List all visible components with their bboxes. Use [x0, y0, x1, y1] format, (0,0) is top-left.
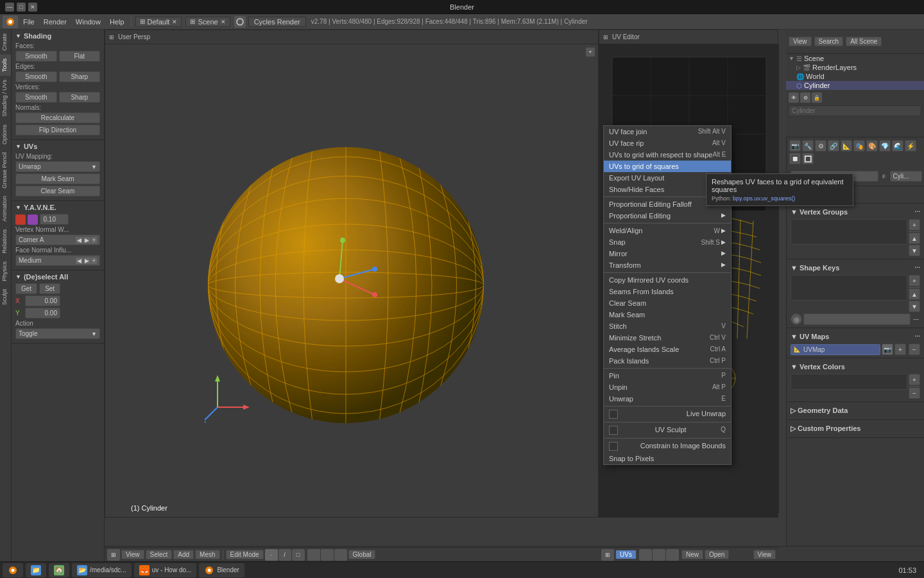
ctx-avg-islands[interactable]: Average Islands Scale Ctrl A	[604, 344, 731, 355]
props-icon-6[interactable]: 🎭	[853, 140, 865, 152]
uvmap-item[interactable]: 📐 UVMap	[791, 344, 880, 355]
vtab-create[interactable]: Create	[0, 30, 11, 55]
viewport-border-btn[interactable]: +	[586, 48, 595, 57]
uv-vert-btn[interactable]	[639, 549, 652, 561]
vtab-shading[interactable]: Shading / UVs	[0, 76, 11, 121]
ctx-seams-islands[interactable]: Seams From Islands	[604, 286, 731, 297]
get-btn[interactable]: Get	[15, 283, 37, 294]
vtab-grease[interactable]: Grease Pencil	[0, 148, 11, 193]
ctx-transform[interactable]: Transform ▶	[604, 259, 731, 271]
props-icon-11[interactable]: 🔲	[789, 153, 801, 164]
menu-render[interactable]: Render	[40, 17, 71, 27]
flat-faces-btn[interactable]: Flat	[59, 51, 101, 62]
props-icon-3[interactable]: ⚙	[815, 140, 826, 152]
clear-seam-btn[interactable]: Clear Seam	[15, 186, 100, 197]
uv-edge-btn[interactable]	[653, 549, 665, 561]
uvs-tab-btn[interactable]: UVs	[615, 550, 637, 559]
tree-world[interactable]: 🌐 World	[786, 72, 924, 81]
sk-dn-btn[interactable]: ▼	[909, 301, 920, 312]
new-btn[interactable]: New	[681, 550, 703, 559]
global-btn[interactable]: Global	[348, 550, 376, 559]
menu-help[interactable]: Help	[106, 17, 128, 27]
vg-up-btn[interactable]: ▲	[909, 232, 920, 244]
vg-add-btn[interactable]: +	[909, 219, 920, 231]
menu-window[interactable]: Window	[72, 17, 105, 27]
uv-editor-menu-btn[interactable]: ⊞	[601, 549, 614, 561]
props-icon-4[interactable]: 🔗	[828, 140, 839, 152]
vc-add-btn[interactable]: +	[909, 374, 920, 385]
unwrap-dropdown[interactable]: Unwrap ▼	[15, 161, 100, 172]
solid-shade-btn[interactable]	[307, 549, 320, 561]
ctx-unpin[interactable]: Unpin Alt P	[604, 381, 731, 393]
tree-icon-btn-1[interactable]: 👁	[789, 92, 799, 103]
tree-scene[interactable]: ▼ ☰ Scene	[786, 54, 924, 63]
ctx-uvs-grid-shape[interactable]: UVs to grid with respect to shape Alt E	[604, 149, 731, 161]
taskbar-folder[interactable]: 📂 /media/sdc...	[72, 563, 132, 577]
props-icon-1[interactable]: 📷	[789, 140, 801, 152]
ctx-minimize-stretch[interactable]: Minimize Stretch Ctrl V	[604, 332, 731, 344]
smooth-verts-btn[interactable]: Smooth	[15, 92, 57, 103]
deselect-header[interactable]: ▼ (De)select All	[15, 273, 100, 281]
uv-remove-btn[interactable]: −	[909, 344, 920, 355]
blender-icon[interactable]	[3, 15, 18, 28]
smooth-edges-btn[interactable]: Smooth	[15, 71, 57, 82]
props-icon-5[interactable]: 📐	[841, 140, 852, 152]
object-mesh-input[interactable]	[890, 171, 922, 182]
ctx-pack-islands[interactable]: Pack Islands Ctrl P	[604, 355, 731, 367]
vtab-animation[interactable]: Animation	[0, 192, 11, 225]
ctx-mirror[interactable]: Mirror ▶	[604, 248, 731, 259]
corner-a-dropdown[interactable]: Corner A ◀ ▶ +	[15, 234, 100, 245]
uv-add-btn[interactable]: +	[894, 344, 906, 355]
face-select-btn[interactable]: □	[292, 549, 305, 561]
y-value-field[interactable]	[25, 308, 60, 319]
workspace-selector[interactable]: ⊞ Default ✕	[135, 17, 182, 27]
view-menu-btn[interactable]: View	[121, 550, 144, 559]
color-btn-purple[interactable]	[28, 215, 38, 225]
ctx-mark-seam[interactable]: Mark Seam	[604, 309, 731, 320]
ctx-unwrap[interactable]: Unwrap E	[604, 393, 731, 405]
vg-dn-btn[interactable]: ▼	[909, 245, 920, 256]
wire-shade-btn[interactable]	[321, 549, 334, 561]
ctx-weld-align[interactable]: Weld/Align W▶	[604, 225, 731, 236]
add-menu-btn[interactable]: Add	[173, 550, 194, 559]
open-btn[interactable]: Open	[705, 550, 729, 559]
recalculate-btn[interactable]: Recalculate	[15, 112, 100, 123]
vtab-sculpt[interactable]: Sculpt	[0, 285, 11, 309]
geometry-data-header[interactable]: ▷ Geometry Data	[791, 405, 920, 417]
taskbar-browser[interactable]: 🦊 uv - How do...	[134, 563, 197, 577]
vc-remove-btn[interactable]: −	[909, 387, 920, 399]
tree-renderlayers[interactable]: ▷ 🎬 RenderLayers	[786, 63, 924, 72]
uv-menu-icon[interactable]: ⊞	[603, 34, 608, 40]
mesh-menu-btn[interactable]: Mesh	[195, 550, 219, 559]
shading-header[interactable]: ▼ Shading	[15, 32, 100, 40]
props-icon-8[interactable]: 💎	[879, 140, 891, 152]
props-icon-9[interactable]: 🌊	[892, 140, 903, 152]
ctx-live-unwrap[interactable]: Live Unwrap	[604, 408, 731, 421]
vertex-colors-header[interactable]: ▼ Vertex Colors	[791, 361, 920, 372]
uv-face-btn[interactable]	[666, 549, 679, 561]
mark-seam-btn[interactable]: Mark Seam	[15, 173, 100, 184]
props-icon-12[interactable]: 🔳	[802, 153, 814, 164]
sk-circle-btn1[interactable]: ◎	[791, 313, 802, 325]
vertex-select-btn[interactable]: ·	[265, 549, 278, 561]
tree-cylinder[interactable]: ⬡ Cylinder	[786, 81, 924, 90]
shape-keys-header[interactable]: ▼ Shape Keys ⋯	[791, 262, 920, 274]
ctx-clear-seam[interactable]: Clear Seam	[604, 297, 731, 309]
scene-selector[interactable]: ⊞ Scene ✕	[185, 17, 230, 27]
viewport-menu-icon[interactable]: ⊞	[109, 34, 114, 40]
ctx-uv-face-join[interactable]: UV face join Shift Alt V	[604, 126, 731, 137]
tex-shade-btn[interactable]	[334, 549, 347, 561]
uv-view-btn[interactable]: View	[753, 550, 776, 559]
ctx-uvs-grid-squares[interactable]: UVs to grid of squares	[604, 161, 731, 172]
ctx-snap-pixels[interactable]: Snap to Pixels	[604, 453, 731, 464]
edge-select-btn[interactable]: /	[278, 549, 291, 561]
ctx-constrain-image[interactable]: Constrain to Image Bounds	[604, 440, 731, 453]
select-menu-btn[interactable]: Select	[146, 550, 173, 559]
props-icon-2[interactable]: 🔧	[802, 140, 814, 152]
sharp-edges-btn[interactable]: Sharp	[59, 71, 101, 82]
ctx-pin[interactable]: Pin P	[604, 370, 731, 381]
render-icon[interactable]	[234, 16, 246, 28]
sk-slider[interactable]	[803, 313, 911, 325]
sk-add-btn[interactable]: +	[909, 275, 920, 286]
custom-properties-header[interactable]: ▷ Custom Properties	[791, 423, 920, 435]
